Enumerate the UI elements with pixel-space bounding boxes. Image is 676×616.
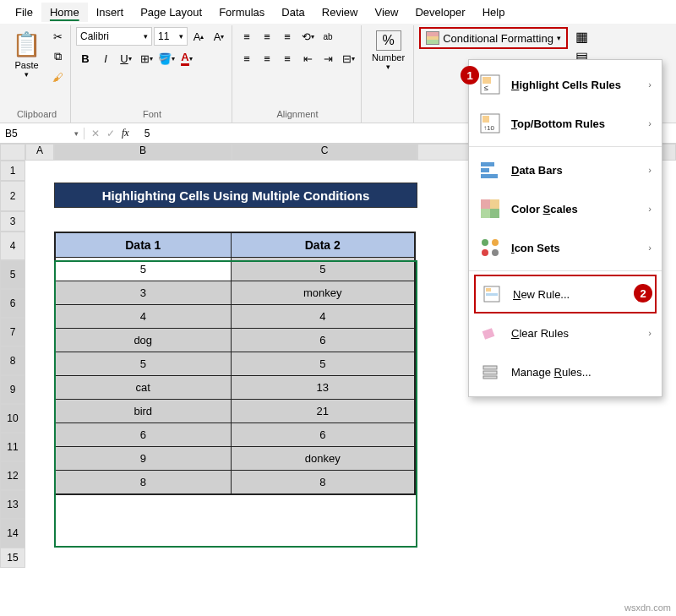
menu-bar: File Home Insert Page Layout Formulas Da… <box>0 0 676 24</box>
cell-c14[interactable]: 8 <box>231 471 415 495</box>
new-rule-icon <box>481 283 503 305</box>
decrease-font-button[interactable]: A▾ <box>210 27 228 46</box>
name-box[interactable]: B5▾ <box>0 128 84 139</box>
cell-b7[interactable]: 4 <box>55 305 231 329</box>
merge-button[interactable]: ⊟▾ <box>339 49 357 68</box>
copy-button[interactable]: ⧉ <box>48 47 67 66</box>
tab-data[interactable]: Data <box>273 3 313 22</box>
header-data1: Data 1 <box>55 232 231 258</box>
conditional-formatting-button[interactable]: Conditional Formatting ▾ <box>419 27 568 49</box>
cell-b10[interactable]: cat <box>55 376 231 400</box>
col-header-b[interactable]: B <box>54 144 232 161</box>
row-header-15[interactable]: 15 <box>0 548 25 568</box>
align-right-button[interactable]: ≡ <box>278 49 297 68</box>
row-header-14[interactable]: 14 <box>0 519 25 548</box>
svg-point-15 <box>482 249 488 256</box>
tab-page-layout[interactable]: Page Layout <box>132 3 210 22</box>
increase-font-button[interactable]: A▴ <box>189 27 208 46</box>
row-header-2[interactable]: 2 <box>0 181 25 211</box>
formula-input[interactable]: 5 <box>136 128 150 139</box>
tab-view[interactable]: View <box>366 3 406 22</box>
fx-icon[interactable]: fx <box>122 127 129 139</box>
menu-new-rule[interactable]: New Rule... <box>474 275 657 313</box>
cell-c9[interactable]: 5 <box>231 352 415 376</box>
menu-color-scales[interactable]: Color Scales › <box>469 189 662 228</box>
menu-clear-rules[interactable]: Clear Rules › <box>469 313 662 352</box>
format-as-table-button[interactable]: ▦ <box>573 27 592 46</box>
row-header-10[interactable]: 10 <box>0 404 25 433</box>
cell-c7[interactable]: 4 <box>231 305 415 329</box>
row-header-6[interactable]: 6 <box>0 289 25 318</box>
border-button[interactable]: ⊞▾ <box>137 49 155 68</box>
cut-button[interactable]: ✂ <box>48 27 67 46</box>
col-header-c[interactable]: C <box>232 144 417 161</box>
menu-top-bottom-rules[interactable]: ↑10 Top/Bottom Rules › <box>469 104 662 143</box>
align-top-button[interactable]: ≡ <box>237 27 256 46</box>
svg-point-14 <box>492 239 499 246</box>
row-header-8[interactable]: 8 <box>0 346 25 375</box>
tab-developer[interactable]: Developer <box>406 3 473 22</box>
group-clipboard: 📋 Paste ▾ ✂ ⧉ 🖌 Clipboard <box>3 25 71 123</box>
increase-indent-button[interactable]: ⇥ <box>319 49 337 68</box>
align-middle-button[interactable]: ≡ <box>258 27 276 46</box>
tab-formulas[interactable]: Formulas <box>210 3 273 22</box>
font-size-select[interactable]: 11▾ <box>154 27 188 46</box>
row-header-7[interactable]: 7 <box>0 318 25 346</box>
cell-c5[interactable]: 5 <box>231 258 415 281</box>
cell-b14[interactable]: 8 <box>55 471 231 495</box>
tab-home[interactable]: Home <box>41 3 88 22</box>
cell-c6[interactable]: monkey <box>231 281 415 305</box>
cell-c8[interactable]: 6 <box>231 329 415 352</box>
tab-review[interactable]: Review <box>313 3 367 22</box>
row-header-11[interactable]: 11 <box>0 433 25 461</box>
cell-b9[interactable]: 5 <box>55 352 231 376</box>
wrap-text-button[interactable]: ab <box>319 27 337 46</box>
menu-data-bars[interactable]: Data Bars › <box>469 150 662 189</box>
cell-b6[interactable]: 3 <box>55 281 231 305</box>
svg-rect-22 <box>483 371 497 374</box>
row-header-5[interactable]: 5 <box>0 260 25 289</box>
paste-button[interactable]: 📋 Paste ▾ <box>7 27 46 82</box>
cancel-icon[interactable]: ✕ <box>91 128 100 139</box>
fill-color-button[interactable]: 🪣▾ <box>157 49 176 68</box>
decrease-indent-button[interactable]: ⇤ <box>298 49 317 68</box>
cell-b5[interactable]: 5 <box>55 258 231 281</box>
font-color-button[interactable]: A▾ <box>177 49 196 68</box>
row-header-12[interactable]: 12 <box>0 461 25 490</box>
data-table: Data 1 Data 2 55 3monkey 44 dog6 55 cat1… <box>54 232 416 495</box>
number-format-button[interactable]: % Number ▾ <box>367 27 410 74</box>
col-header-a[interactable]: A <box>25 144 54 161</box>
tab-insert[interactable]: Insert <box>88 3 133 22</box>
tab-file[interactable]: File <box>7 3 41 22</box>
format-painter-button[interactable]: 🖌 <box>48 68 67 86</box>
underline-button[interactable]: U▾ <box>117 49 135 68</box>
cell-b12[interactable]: 6 <box>55 423 231 447</box>
bold-button[interactable]: B <box>76 49 95 68</box>
font-name-select[interactable]: Calibri▾ <box>76 27 152 46</box>
cell-b11[interactable]: bird <box>55 400 231 423</box>
row-header-4[interactable]: 4 <box>0 232 25 260</box>
cell-c10[interactable]: 13 <box>231 376 415 400</box>
row-header-1[interactable]: 1 <box>0 161 25 181</box>
cell-c11[interactable]: 21 <box>231 400 415 423</box>
cell-b8[interactable]: dog <box>55 329 231 352</box>
orientation-button[interactable]: ⟲▾ <box>298 27 317 46</box>
tab-help[interactable]: Help <box>474 3 514 22</box>
enter-icon[interactable]: ✓ <box>106 128 115 139</box>
menu-icon-sets[interactable]: Icon Sets › <box>469 228 662 267</box>
menu-manage-rules[interactable]: Manage Rules... <box>469 352 662 391</box>
cell-c13[interactable]: donkey <box>231 447 415 471</box>
row-header-13[interactable]: 13 <box>0 490 25 519</box>
italic-button[interactable]: I <box>96 49 115 68</box>
row-header-3[interactable]: 3 <box>0 211 25 232</box>
row-header-9[interactable]: 9 <box>0 375 25 404</box>
cell-c12[interactable]: 6 <box>231 423 415 447</box>
select-all-corner[interactable] <box>0 144 25 161</box>
cell-b13[interactable]: 9 <box>55 447 231 471</box>
menu-highlight-cells-rules[interactable]: ≤ Highlight Cells Rules › <box>469 65 662 104</box>
align-bottom-button[interactable]: ≡ <box>278 27 297 46</box>
align-left-button[interactable]: ≡ <box>237 49 256 68</box>
align-center-button[interactable]: ≡ <box>258 49 276 68</box>
svg-text:≤: ≤ <box>484 84 488 92</box>
chevron-right-icon: › <box>648 165 651 175</box>
